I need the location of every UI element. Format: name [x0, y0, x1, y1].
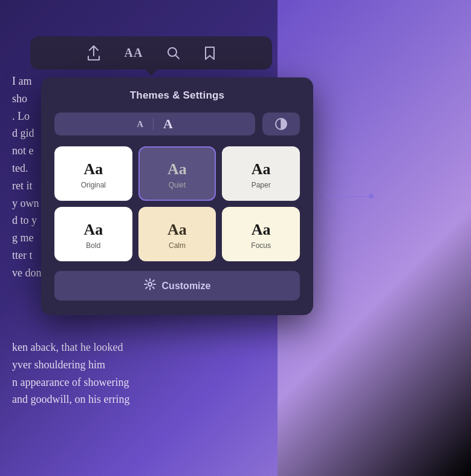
theme-bold-aa: Aa: [83, 221, 103, 239]
theme-grid: Aa Original Aa Quiet Aa Paper Aa Bold Aa…: [54, 146, 300, 261]
theme-quiet[interactable]: Aa Quiet: [138, 146, 216, 201]
theme-focus-label: Focus: [251, 241, 271, 250]
theme-original[interactable]: Aa Original: [54, 146, 132, 201]
panel-title: Themes & Settings: [54, 90, 300, 102]
theme-bold[interactable]: Aa Bold: [54, 207, 132, 261]
theme-paper-aa: Aa: [252, 160, 271, 178]
theme-original-label: Original: [81, 181, 106, 189]
reading-text-bottom: ken aback, that he looked yver shoulderi…: [0, 339, 187, 408]
svg-point-4: [148, 282, 152, 286]
font-divider: [153, 118, 154, 130]
theme-original-aa: Aa: [83, 160, 103, 178]
toolbar: AA: [30, 36, 272, 70]
line-indicator: [325, 196, 374, 197]
font-size-button[interactable]: AA: [122, 44, 146, 62]
themes-panel: Themes & Settings A A Aa Original Aa Q: [41, 77, 313, 315]
theme-paper[interactable]: Aa Paper: [222, 146, 300, 201]
customize-icon: [144, 278, 156, 293]
theme-calm-label: Calm: [169, 241, 186, 250]
theme-calm-aa: Aa: [167, 221, 187, 239]
theme-focus[interactable]: Aa Focus: [222, 207, 300, 261]
font-decrease-button[interactable]: A: [137, 119, 143, 129]
theme-quiet-aa: Aa: [167, 160, 187, 178]
font-size-group: A A: [54, 112, 255, 135]
font-controls: A A: [54, 112, 300, 135]
customize-label: Customize: [162, 281, 211, 292]
theme-quiet-label: Quiet: [169, 181, 186, 189]
share-button[interactable]: [85, 43, 103, 64]
search-button[interactable]: [164, 44, 183, 62]
toolbar-arrow: [145, 70, 157, 76]
contrast-button[interactable]: [262, 112, 300, 135]
font-increase-button[interactable]: A: [163, 116, 173, 132]
theme-paper-label: Paper: [252, 181, 271, 189]
theme-calm[interactable]: Aa Calm: [138, 207, 216, 261]
theme-bold-label: Bold: [86, 241, 100, 250]
bookmark-button[interactable]: [202, 44, 218, 63]
customize-button[interactable]: Customize: [54, 271, 300, 301]
theme-focus-aa: Aa: [252, 221, 271, 239]
svg-line-1: [176, 55, 180, 59]
